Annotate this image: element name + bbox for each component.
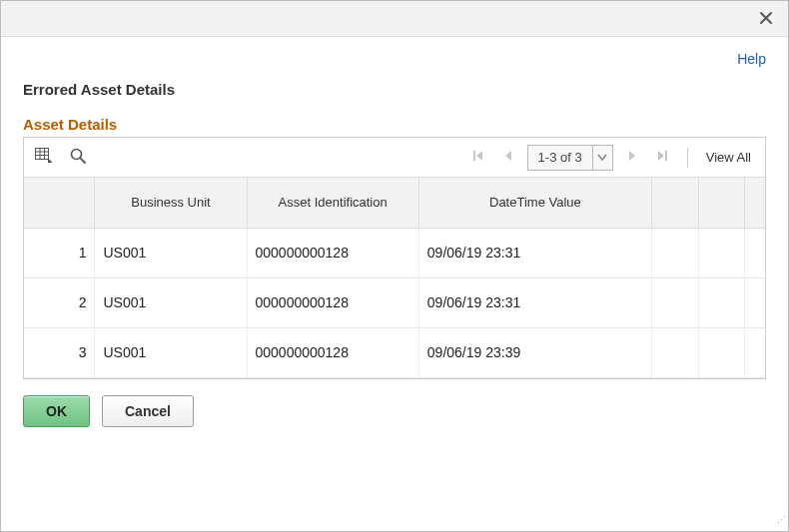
column-header-asset-id[interactable]: Asset Identification [247, 178, 418, 228]
svg-rect-0 [36, 149, 49, 160]
dialog-content: Help Errored Asset Details Asset Details [1, 37, 788, 427]
cell-empty [698, 327, 745, 377]
dialog-window: Help Errored Asset Details Asset Details [0, 0, 789, 532]
column-header-rownum [24, 178, 95, 228]
grid-toolbar-left [34, 148, 88, 168]
row-range-caret[interactable] [592, 146, 612, 170]
resize-grip[interactable]: ⋰ [774, 517, 786, 529]
column-header-datetime[interactable]: DateTime Value [418, 178, 651, 228]
column-header-business-unit[interactable]: Business Unit [95, 178, 247, 228]
ok-button[interactable]: OK [23, 395, 90, 427]
cell-asset-id: 000000000128 [247, 327, 418, 377]
cancel-button[interactable]: Cancel [102, 395, 194, 427]
cell-business-unit: US001 [95, 277, 247, 327]
close-button[interactable] [754, 7, 778, 31]
section-title: Asset Details [23, 116, 766, 137]
cell-empty [651, 327, 698, 377]
grid-toolbar: 1-3 of 3 [24, 138, 765, 178]
grid-toolbar-right: 1-3 of 3 [467, 145, 755, 171]
close-icon [759, 9, 773, 30]
button-row: OK Cancel [23, 379, 766, 427]
cell-empty [745, 228, 765, 277]
table-header-row: Business Unit Asset Identification DateT… [24, 178, 765, 228]
cell-business-unit: US001 [95, 228, 247, 277]
asset-details-table: Business Unit Asset Identification DateT… [24, 178, 765, 378]
cell-empty [698, 277, 745, 327]
grid-action-button[interactable] [34, 148, 54, 168]
last-page-button[interactable] [651, 147, 673, 169]
cell-empty [745, 327, 765, 377]
cell-rownum: 2 [24, 277, 95, 327]
page-title: Errored Asset Details [23, 75, 766, 116]
grid-container: 1-3 of 3 [23, 137, 766, 379]
cell-asset-id: 000000000128 [247, 277, 418, 327]
next-page-button[interactable] [621, 147, 643, 169]
view-all-link[interactable]: View All [702, 150, 755, 165]
titlebar [1, 1, 788, 37]
help-link[interactable]: Help [737, 51, 766, 67]
column-header-empty-2 [698, 178, 745, 228]
cell-datetime: 09/06/19 23:31 [418, 228, 651, 277]
row-range-text: 1-3 of 3 [528, 150, 592, 165]
toolbar-separator [687, 148, 688, 168]
cell-empty [698, 228, 745, 277]
svg-line-6 [80, 158, 85, 163]
resize-grip-icon: ⋰ [777, 515, 786, 525]
cell-rownum: 1 [24, 228, 95, 277]
first-page-button[interactable] [467, 147, 489, 169]
chevron-left-icon [502, 149, 514, 166]
cell-datetime: 09/06/19 23:39 [418, 327, 651, 377]
grid-action-icon [35, 148, 53, 167]
cell-rownum: 3 [24, 327, 95, 377]
last-page-icon [655, 149, 669, 166]
column-header-empty-3 [745, 178, 765, 228]
column-header-empty-1 [651, 178, 698, 228]
cell-empty [651, 228, 698, 277]
help-row: Help [23, 49, 766, 75]
find-button[interactable] [68, 148, 88, 168]
prev-page-button[interactable] [497, 147, 519, 169]
table-row[interactable]: 3 US001 000000000128 09/06/19 23:39 [24, 327, 765, 377]
cell-datetime: 09/06/19 23:31 [418, 277, 651, 327]
chevron-right-icon [626, 149, 638, 166]
search-icon [70, 148, 86, 167]
first-page-icon [471, 149, 485, 166]
row-range-selector[interactable]: 1-3 of 3 [527, 145, 613, 171]
table-row[interactable]: 1 US001 000000000128 09/06/19 23:31 [24, 228, 765, 277]
cell-empty [745, 277, 765, 327]
chevron-down-icon [597, 150, 607, 165]
table-row[interactable]: 2 US001 000000000128 09/06/19 23:31 [24, 277, 765, 327]
cell-asset-id: 000000000128 [247, 228, 418, 277]
cell-empty [651, 277, 698, 327]
cell-business-unit: US001 [95, 327, 247, 377]
